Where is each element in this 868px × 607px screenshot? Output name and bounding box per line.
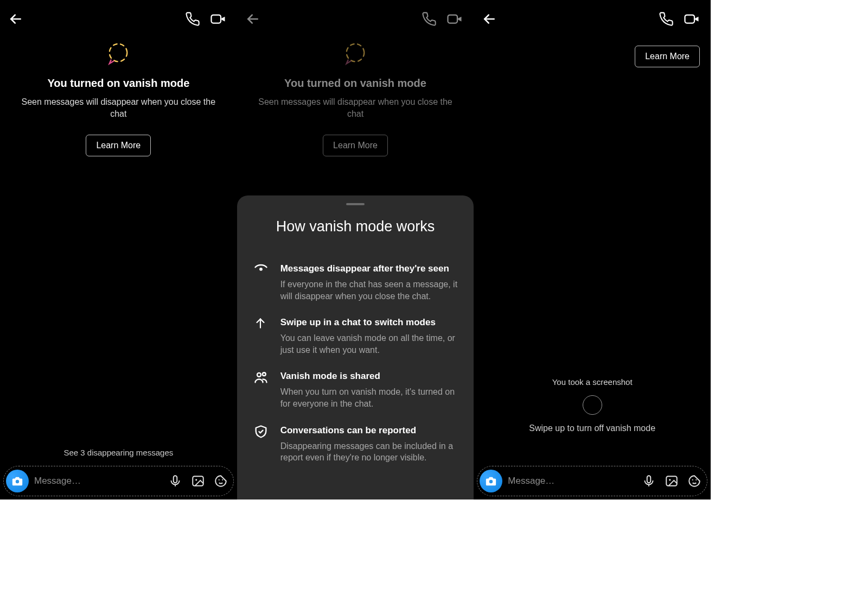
sheet-item-desc: Disappearing messages can be included in…: [280, 440, 458, 464]
sticker-icon[interactable]: [214, 474, 228, 488]
svg-rect-15: [647, 476, 651, 483]
sheet-item-title: Swipe up in a chat to switch modes: [280, 317, 458, 328]
phone-icon[interactable]: [185, 11, 200, 27]
vanish-subtitle: Seen messages will disappear when you cl…: [258, 96, 453, 121]
swipe-hint: Swipe up to turn off vanish mode: [474, 423, 711, 433]
sheet-item-desc: When you turn on vanish mode, it's turne…: [280, 386, 458, 409]
sheet-item-title: Vanish mode is shared: [280, 371, 458, 382]
mic-icon[interactable]: [642, 474, 656, 488]
back-icon[interactable]: [245, 11, 261, 27]
vanish-info-sheet[interactable]: How vanish mode works Messages disappear…: [237, 195, 474, 499]
vanish-badge-icon: [106, 41, 131, 66]
sheet-item: Vanish mode is shared When you turn on v…: [253, 371, 458, 409]
sheet-item-title: Conversations can be reported: [280, 425, 458, 436]
svg-rect-8: [448, 15, 458, 23]
sheet-item-desc: If everyone in the chat has seen a messa…: [280, 279, 458, 302]
learn-more-button[interactable]: Learn More: [635, 46, 700, 67]
chat-header: [0, 0, 237, 30]
panel-vanish-intro: You turned on vanish mode Seen messages …: [0, 0, 237, 499]
message-input[interactable]: [34, 476, 163, 486]
sticker-icon[interactable]: [687, 474, 701, 488]
camera-button[interactable]: [6, 470, 29, 492]
svg-rect-3: [173, 476, 177, 483]
svg-point-11: [257, 373, 261, 377]
sheet-item: Swipe up in a chat to switch modes You c…: [253, 317, 458, 356]
phone-icon[interactable]: [422, 11, 437, 27]
vanish-intro-block: You turned on vanish mode Seen messages …: [0, 41, 237, 156]
back-icon[interactable]: [481, 11, 497, 27]
svg-point-6: [218, 479, 219, 480]
image-icon[interactable]: [191, 474, 205, 488]
message-input[interactable]: [508, 476, 636, 486]
phone-icon[interactable]: [659, 11, 674, 27]
vanish-intro-block: You turned on vanish mode Seen messages …: [237, 41, 474, 156]
chat-header: [237, 0, 474, 30]
sheet-drag-handle[interactable]: [346, 203, 365, 205]
svg-point-2: [16, 480, 19, 483]
chat-header: [474, 0, 711, 30]
people-icon: [253, 370, 269, 385]
vanish-title: You turned on vanish mode: [16, 77, 221, 90]
svg-point-14: [489, 480, 493, 483]
vanish-badge-icon: [343, 41, 368, 66]
panel-vanish-active: Learn More You took a screenshot Swipe u…: [474, 0, 711, 499]
vanish-title: You turned on vanish mode: [253, 77, 458, 90]
sheet-title: How vanish mode works: [253, 218, 458, 235]
loading-spinner-icon: [583, 395, 602, 415]
screenshot-frame: You turned on vanish mode Seen messages …: [0, 0, 711, 499]
panel-vanish-sheet: You turned on vanish mode Seen messages …: [237, 0, 474, 499]
screenshot-notice: You took a screenshot: [474, 377, 711, 387]
sheet-item-desc: You can leave vanish mode on all the tim…: [280, 332, 458, 356]
svg-point-18: [692, 479, 693, 480]
svg-point-19: [695, 479, 697, 480]
svg-point-7: [222, 479, 223, 480]
svg-rect-0: [211, 15, 221, 23]
svg-point-5: [195, 479, 197, 480]
arrow-up-icon: [253, 316, 269, 330]
mic-icon[interactable]: [168, 474, 182, 488]
shield-check-icon: [253, 424, 269, 439]
sheet-item: Messages disappear after they're seen If…: [253, 263, 458, 302]
eye-icon: [253, 262, 269, 277]
message-composer: [3, 466, 234, 496]
image-icon[interactable]: [665, 474, 679, 488]
vanish-subtitle: Seen messages will disappear when you cl…: [21, 96, 216, 121]
svg-point-9: [347, 44, 365, 62]
svg-point-1: [110, 44, 127, 62]
sheet-item-title: Messages disappear after they're seen: [280, 263, 458, 274]
disappearing-messages-notice[interactable]: See 3 disappearing messages: [0, 448, 237, 457]
learn-more-button[interactable]: Learn More: [323, 135, 388, 156]
svg-point-12: [263, 373, 266, 376]
video-icon[interactable]: [210, 11, 226, 27]
message-composer: [477, 466, 707, 496]
svg-rect-13: [685, 15, 695, 23]
svg-rect-16: [666, 476, 677, 485]
learn-more-button[interactable]: Learn More: [86, 135, 151, 156]
svg-point-17: [669, 479, 671, 480]
vanish-status-block: You took a screenshot Swipe up to turn o…: [474, 377, 711, 433]
svg-rect-4: [193, 476, 203, 485]
sheet-item: Conversations can be reported Disappeari…: [253, 425, 458, 464]
back-icon[interactable]: [8, 11, 24, 27]
video-icon[interactable]: [446, 11, 463, 27]
video-icon[interactable]: [684, 11, 700, 27]
svg-point-10: [259, 268, 263, 271]
camera-button[interactable]: [480, 470, 502, 492]
